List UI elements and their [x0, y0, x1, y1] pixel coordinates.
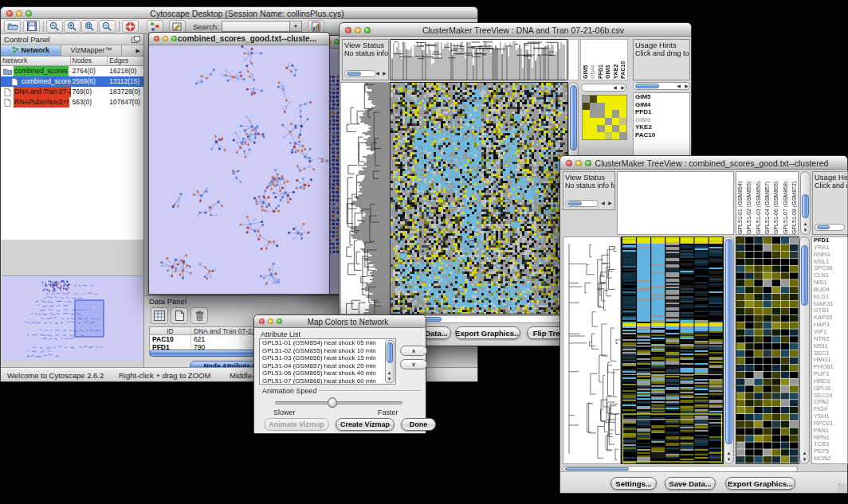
column-dendrogram-panel[interactable] [390, 39, 567, 80]
matrix-cell[interactable] [583, 125, 590, 132]
network-canvas[interactable] [149, 45, 329, 294]
matrix-cell[interactable] [612, 132, 619, 139]
matrix-cell[interactable] [619, 96, 626, 103]
annotation-button[interactable] [169, 20, 186, 33]
matrix-cell[interactable] [605, 96, 612, 103]
gene-label[interactable]: GIM5 [634, 93, 689, 101]
save-data-button[interactable]: Save Data... [665, 477, 716, 490]
matrix-cell[interactable] [605, 125, 612, 132]
heatmap-panel[interactable] [390, 82, 568, 315]
matrix-cell[interactable] [597, 110, 604, 117]
attribute-list-item[interactable]: GPL51-04 (GSM857) heat shock 20 min [260, 362, 395, 370]
close-icon[interactable] [345, 27, 351, 33]
scroll-up-icon[interactable]: ▲ [802, 221, 809, 227]
scroll-left-icon[interactable]: ◀ [599, 201, 607, 206]
close-icon[interactable] [566, 160, 572, 166]
tab-overflow-arrow[interactable]: ▶ [122, 45, 143, 56]
zoom-selected-button[interactable] [81, 20, 98, 33]
scroll-left-icon[interactable]: ◀ [611, 85, 618, 91]
matrix-cell[interactable] [619, 132, 626, 139]
heatmap-canvas[interactable] [391, 83, 567, 314]
matrix-cell[interactable] [612, 96, 619, 103]
scrollbar-thumb[interactable] [801, 245, 808, 306]
scrollbar-thumb[interactable] [387, 342, 393, 363]
zoom-heatmap-canvas[interactable] [736, 237, 799, 463]
global-vscrollbar[interactable]: ▲ ▼ [724, 236, 734, 464]
scrollbar-thumb[interactable] [817, 225, 830, 229]
scrollbar-thumb[interactable] [347, 72, 361, 76]
scroll-up-icon[interactable]: ▲ [386, 370, 393, 376]
matrix-cell[interactable] [590, 103, 597, 110]
done-button[interactable]: Done [401, 418, 436, 431]
network-table-row[interactable]: RNAPuberNov2+!563(0)107847(0) [1, 97, 143, 107]
scroll-left-icon[interactable]: ◀ [374, 71, 381, 76]
scroll-right-icon[interactable]: ▶ [607, 201, 614, 206]
matrix-cell[interactable] [612, 103, 619, 110]
gene-label[interactable]: PFD1 [634, 108, 689, 116]
matrix-cell[interactable] [597, 132, 604, 139]
matrix-cell[interactable] [590, 125, 597, 132]
row-dendrogram-panel[interactable] [563, 236, 621, 464]
save-button[interactable] [23, 20, 40, 33]
matrix-cell[interactable] [605, 118, 612, 125]
column-header-network[interactable]: Network [1, 57, 71, 65]
scrollbar-thumb[interactable] [570, 85, 577, 150]
network-table-row[interactable]: DNA and Tran 07-21-06b769(0)183728(0) [1, 87, 143, 97]
scroll-down-icon[interactable]: ▼ [386, 377, 393, 382]
matrix-cell[interactable] [583, 103, 590, 110]
search-input[interactable] [222, 21, 290, 32]
matrix-cell[interactable] [590, 132, 597, 139]
matrix-cell[interactable] [597, 118, 604, 125]
matrix-cell[interactable] [583, 118, 590, 125]
settings-button[interactable]: Settings... [610, 477, 657, 490]
minimize-icon[interactable] [163, 36, 168, 41]
labels-vscrollbar[interactable]: ▲ ▼ [800, 171, 811, 235]
matrix-cell[interactable] [590, 110, 597, 117]
move-up-button[interactable]: ∧ [400, 346, 427, 356]
treeview2-titlebar[interactable]: ClusterMaker TreeView : combined_scores_… [560, 156, 847, 170]
attribute-list-scrollbar[interactable]: ▲ ▼ [385, 340, 395, 383]
gene-label[interactable]: MON2 [812, 455, 847, 463]
matrix-cell[interactable] [597, 103, 604, 110]
minimize-icon[interactable] [268, 318, 273, 324]
network-titlebar[interactable]: combined_scores_good.txt--cluste... [149, 33, 329, 45]
matrix-cell[interactable] [619, 103, 626, 110]
network-table-row[interactable]: combined_scores_good2569(6)13112(15) [1, 76, 143, 87]
matrix-cell[interactable] [612, 118, 619, 125]
global-heatmap-panel[interactable] [621, 236, 724, 464]
animate-vizmap-button[interactable]: Animate Vizmap [264, 418, 329, 431]
gene-label[interactable]: GIM3 [634, 116, 689, 124]
global-heatmap-canvas[interactable] [622, 237, 723, 463]
scrollbar-thumb[interactable] [635, 84, 659, 88]
animation-speed-slider[interactable] [275, 401, 402, 404]
network-table-row[interactable]: combined_scores2764(0)16218(0) [1, 66, 143, 76]
zoom-out-button[interactable] [46, 20, 63, 33]
attribute-select-button[interactable] [151, 307, 168, 324]
matrix-scrollbar[interactable]: ◀ ▶ [581, 84, 626, 92]
column-header-nodes[interactable]: Nodes [71, 57, 108, 65]
column-header-edges[interactable]: Edges [108, 57, 143, 65]
similarity-matrix[interactable] [582, 95, 627, 140]
dialog-titlebar[interactable]: Map Colors to Network [254, 315, 426, 328]
gene-label[interactable]: YKE2 [634, 123, 689, 131]
column-tree-box[interactable] [617, 171, 734, 235]
zoom-in-button[interactable] [64, 20, 80, 33]
attribute-listbox[interactable]: GPL51-01 (GSM854) heat shock 05 minGPL51… [259, 338, 396, 385]
matrix-cell[interactable] [583, 96, 590, 103]
create-vizmap-button[interactable]: Create Vizmap [336, 418, 395, 431]
matrix-cell[interactable] [583, 110, 590, 117]
matrix-cell[interactable] [597, 96, 604, 103]
attribute-list-item[interactable]: GPL51-03 (GSM856) heat shock 15 min [260, 354, 395, 362]
matrix-cell[interactable] [590, 118, 597, 125]
matrix-cell[interactable] [612, 125, 619, 132]
row-dendrogram-canvas[interactable] [341, 83, 390, 314]
matrix-cell[interactable] [619, 110, 626, 117]
zoom-heatmap-panel[interactable] [736, 236, 799, 464]
usage-hints-scrollbar[interactable] [815, 224, 845, 231]
open-file-button[interactable] [4, 20, 21, 33]
matrix-cell[interactable] [619, 125, 626, 132]
zoom-fit-button[interactable] [99, 20, 116, 33]
scroll-down-icon[interactable]: ▼ [725, 457, 732, 463]
row-dendrogram-canvas[interactable] [563, 237, 620, 463]
matrix-cell[interactable] [590, 96, 597, 103]
